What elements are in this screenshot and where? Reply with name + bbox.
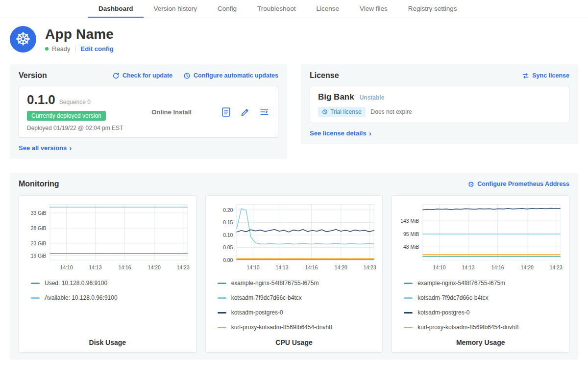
deployed-timestamp: Deployed 01/19/22 @ 02:04 pm EST (27, 125, 123, 131)
legend-color-dash (218, 283, 226, 284)
svg-text:23 GiB: 23 GiB (31, 241, 47, 246)
divider (75, 45, 76, 52)
clock-icon (322, 109, 328, 115)
tab-registry-settings[interactable]: Registry settings (398, 0, 467, 18)
chart-title: Memory Usage (397, 331, 564, 346)
app-status-row: Ready Edit config (45, 45, 114, 52)
see-all-versions-link[interactable]: See all versions › (19, 144, 72, 152)
legend-item: example-nginx-54f8f76755-l675m (218, 280, 378, 287)
tab-config[interactable]: Config (207, 0, 247, 18)
check-for-update-link[interactable]: Check for update (112, 72, 172, 79)
legend-color-dash (31, 283, 40, 284)
chevron-right-icon: › (369, 130, 371, 137)
legend-item: kurl-proxy-kotsadm-8569fb6454-dnvh8 (218, 324, 378, 331)
legend-item: kotsadm-postgres-0 (404, 309, 564, 316)
legend-label: kotsadm-postgres-0 (417, 309, 469, 316)
sync-license-link[interactable]: Sync license (522, 72, 569, 79)
legend-item: kotsadm-7f9dc7d66c-b4tcx (404, 294, 564, 301)
legend-item: Available: 10.128.0.96:9100 (31, 294, 191, 301)
svg-text:14:23: 14:23 (177, 265, 190, 270)
legend-label: kurl-proxy-kotsadm-8569fb6454-dnvh8 (417, 324, 518, 331)
version-action-icons (220, 106, 270, 118)
legend-color-dash (218, 312, 226, 314)
trial-license-badge: Trial license (318, 107, 366, 117)
clock-icon (183, 72, 191, 79)
legend-color-dash (218, 327, 226, 328)
refresh-icon (112, 72, 120, 79)
svg-text:19 GiB: 19 GiB (31, 253, 47, 259)
legend-color-dash (404, 312, 413, 314)
sequence-label: Sequence 0 (59, 99, 91, 105)
gear-icon: ⚙ (468, 181, 474, 188)
chart-legend-disk-usage: Used: 10.128.0.96:9100Available: 10.128.… (24, 280, 191, 301)
tab-version-history[interactable]: Version history (144, 0, 208, 18)
edit-config-icon[interactable] (239, 106, 251, 118)
trial-license-label: Trial license (330, 108, 362, 115)
legend-color-dash (31, 297, 40, 299)
tab-dashboard[interactable]: Dashboard (88, 0, 144, 18)
svg-text:143 MiB: 143 MiB (401, 218, 419, 224)
svg-text:14:10: 14:10 (60, 265, 73, 270)
current-version-box: 0.1.0 Sequence 0 Currently deployed vers… (19, 86, 278, 138)
see-license-details-link[interactable]: See license details › (310, 130, 371, 137)
charts-row: 19 GiB23 GiB28 GiB33 GiB14:1014:1314:161… (19, 195, 569, 353)
legend-color-dash (404, 283, 413, 284)
configure-automatic-updates-label: Configure automatic updates (194, 72, 278, 79)
configure-automatic-updates-link[interactable]: Configure automatic updates (183, 72, 278, 79)
helm-wheel-glyph: ☸ (15, 30, 31, 48)
svg-text:14:16: 14:16 (305, 265, 318, 270)
check-for-update-label: Check for update (122, 72, 172, 79)
tab-troubleshoot[interactable]: Troubleshoot (247, 0, 306, 18)
legend-color-dash (404, 297, 413, 299)
svg-text:95 MiB: 95 MiB (403, 232, 419, 237)
legend-label: kurl-proxy-kotsadm-8569fb6454-dnvh8 (231, 324, 332, 331)
configure-prometheus-link[interactable]: ⚙ Configure Prometheus Address (468, 181, 569, 188)
chart-title: Disk Usage (24, 331, 191, 346)
legend-label: example-nginx-54f8f76755-l675m (231, 280, 319, 287)
monitoring-title: Monitoring (19, 180, 59, 188)
svg-text:0.00: 0.00 (223, 258, 233, 263)
legend-label: kotsadm-postgres-0 (231, 309, 283, 316)
chart-card-disk-usage: 19 GiB23 GiB28 GiB33 GiB14:1014:1314:161… (19, 195, 196, 353)
legend-item: kurl-proxy-kotsadm-8569fb6454-dnvh8 (404, 324, 564, 331)
chart-card-memory-usage: 48 MiB95 MiB143 MiB14:1014:1314:1614:201… (392, 195, 569, 353)
kubernetes-logo-icon: ☸ (10, 26, 36, 52)
legend-label: example-nginx-54f8f76755-l675m (417, 280, 505, 287)
app-status: Ready (52, 45, 71, 52)
install-type-label: Online Install (123, 108, 220, 116)
legend-label: Available: 10.128.0.96:9100 (45, 294, 118, 301)
svg-text:0.15: 0.15 (223, 220, 233, 225)
chevron-right-icon: › (69, 144, 72, 152)
release-notes-icon[interactable] (220, 106, 232, 118)
chart-plot-cpu-usage: 0.000.050.100.150.2014:1014:1314:1614:20… (211, 201, 378, 276)
legend-label: kotsadm-7f9dc7d66c-b4tcx (417, 294, 488, 301)
status-dot-icon (45, 47, 49, 51)
sync-icon (522, 72, 529, 79)
tab-view-files[interactable]: View files (349, 0, 398, 18)
edit-config-link[interactable]: Edit config (81, 45, 114, 52)
see-license-details-label: See license details (310, 130, 367, 137)
app-header: ☸ App Name Ready Edit config (10, 26, 578, 52)
legend-label: kotsadm-7f9dc7d66c-b4tcx (231, 294, 302, 301)
monitoring-card: Monitoring ⚙ Configure Prometheus Addres… (10, 173, 578, 360)
svg-text:14:20: 14:20 (521, 265, 534, 270)
svg-text:14:10: 14:10 (246, 265, 259, 270)
svg-text:28 GiB: 28 GiB (31, 226, 47, 231)
license-box: Big Bank Unstable Trial license Does not… (310, 86, 569, 123)
tab-license[interactable]: License (306, 0, 349, 18)
svg-text:14:13: 14:13 (89, 265, 101, 270)
license-expiry: Does not expire (371, 108, 412, 115)
sync-license-label: Sync license (532, 72, 569, 79)
svg-text:14:13: 14:13 (462, 265, 475, 270)
license-card: License Sync license Big Bank Unstable T… (301, 64, 578, 144)
chart-plot-disk-usage: 19 GiB23 GiB28 GiB33 GiB14:1014:1314:161… (24, 201, 191, 276)
svg-text:14:13: 14:13 (275, 265, 288, 270)
version-number: 0.1.0 (27, 92, 55, 107)
cards-row: Version Check for update Configure autom… (10, 64, 578, 159)
legend-item: Used: 10.128.0.96:9100 (31, 280, 191, 287)
svg-text:14:10: 14:10 (433, 265, 446, 270)
svg-text:14:16: 14:16 (119, 265, 131, 270)
deploy-logs-icon[interactable] (258, 106, 270, 118)
svg-text:0.10: 0.10 (223, 233, 233, 238)
chart-title: CPU Usage (211, 331, 378, 346)
